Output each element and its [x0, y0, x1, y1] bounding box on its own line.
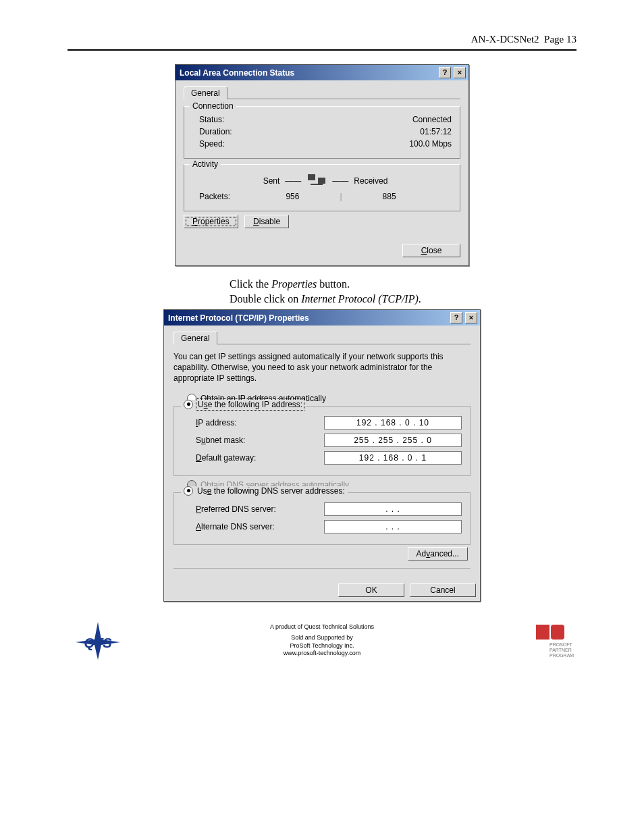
titlebar[interactable]: Local Area Connection Status ? × — [176, 65, 468, 80]
tab-strip: General — [184, 86, 460, 99]
qts-logo: QTS — [68, 621, 128, 661]
status-value: Connected — [412, 115, 452, 124]
page-label: Page — [544, 34, 564, 45]
help-icon[interactable]: ? — [450, 312, 462, 323]
svg-text:PARTNER: PARTNER — [549, 648, 572, 652]
svg-rect-2 — [311, 184, 323, 185]
connection-fieldset: Connection Status:Connected Duration:01:… — [184, 106, 460, 159]
received-label: Received — [354, 176, 387, 186]
dialog-title: Local Area Connection Status — [180, 68, 436, 78]
alternate-dns-label: Alternate DNS server:Alternate DNS serve… — [196, 522, 275, 531]
subnet-mask-label: Subnet mask:Subnet mask: — [196, 436, 245, 445]
svg-rect-0 — [308, 174, 315, 180]
dialog2-title: Internet Protocol (TCP/IP) Properties — [168, 313, 448, 323]
page-header: AN-X-DCSNet2 Page 13 — [68, 34, 576, 45]
use-ip-radio[interactable]: Use the following IP address:Use the fol… — [181, 400, 306, 409]
prosoft-partner-logo: PROSOFT PARTNER PROGRAM — [516, 621, 576, 661]
page-footer: QTS A product of Quest Technical Solutio… — [68, 621, 576, 661]
packets-received-value: 885 — [383, 192, 396, 201]
connection-legend: Connection — [190, 101, 236, 111]
instruction-2: Double click on Internet Protocol (TCP/I… — [230, 293, 576, 305]
instruction-1: Click the Properties button. — [230, 278, 576, 290]
close-icon[interactable]: × — [465, 312, 477, 323]
footer-line1: A product of Quest Technical Solutions — [128, 623, 516, 631]
svg-text:PROSOFT: PROSOFT — [549, 642, 573, 647]
preferred-dns-label: Preferred DNS server:Preferred DNS serve… — [196, 504, 276, 514]
header-rule — [68, 49, 576, 51]
tcpip-properties-dialog: Internet Protocol (TCP/IP) Properties ? … — [163, 309, 481, 602]
svg-rect-6 — [551, 625, 564, 640]
speed-value: 100.0 Mbps — [409, 139, 452, 149]
alternate-dns-input[interactable]: . . . — [324, 520, 462, 533]
default-gateway-input[interactable]: 192 . 168 . 0 . 1 — [324, 451, 462, 465]
svg-rect-1 — [318, 178, 325, 184]
sent-label: Sent — [263, 176, 280, 186]
svg-rect-5 — [536, 625, 549, 640]
close-button[interactable]: CloseClose — [402, 244, 460, 257]
disable-button[interactable]: DisableDisable — [244, 215, 289, 228]
status-label: Status: — [192, 115, 224, 124]
activity-legend: Activity — [190, 159, 221, 169]
subnet-mask-input[interactable]: 255 . 255 . 255 . 0 — [324, 434, 462, 447]
duration-label: Duration: — [192, 127, 232, 136]
footer-line4: www.prosoft-technology.com — [128, 650, 516, 658]
info-text: You can get IP settings assigned automat… — [173, 351, 471, 384]
svg-text:QTS: QTS — [84, 635, 112, 650]
use-dns-radio[interactable]: Use the following DNS server addresses:U… — [181, 486, 348, 496]
footer-line2: Sold and Supported by — [128, 634, 516, 642]
packets-label: Packets: — [199, 192, 230, 201]
ip-address-label: IP address:IP address: — [196, 418, 237, 427]
network-monitor-icon — [306, 173, 327, 189]
titlebar-2[interactable]: Internet Protocol (TCP/IP) Properties ? … — [164, 310, 480, 325]
footer-line3: ProSoft Technology Inc. — [128, 642, 516, 650]
use-ip-fieldset: Use the following IP address:Use the fol… — [173, 406, 471, 476]
svg-text:PROGRAM: PROGRAM — [549, 653, 574, 658]
help-icon[interactable]: ? — [439, 67, 451, 78]
close-icon[interactable]: × — [454, 67, 466, 78]
doc-id: AN-X-DCSNet2 — [471, 34, 539, 45]
default-gateway-label: Default gateway:Default gateway: — [196, 453, 256, 463]
packets-sent-value: 956 — [286, 192, 299, 201]
page-number: 13 — [566, 34, 576, 45]
speed-label: Speed: — [192, 139, 225, 149]
ip-address-input[interactable]: 192 . 168 . 0 . 10 — [324, 416, 462, 429]
use-dns-fieldset: Use the following DNS server addresses:U… — [173, 492, 471, 545]
properties-button[interactable]: PPropertiesroperties — [184, 215, 238, 228]
preferred-dns-input[interactable]: . . . — [324, 502, 462, 516]
tab-general-2[interactable]: General — [173, 332, 217, 344]
tab-general[interactable]: General — [184, 86, 227, 99]
advanced-button[interactable]: Advanced...Advanced... — [408, 547, 468, 561]
cancel-button[interactable]: Cancel — [410, 583, 476, 597]
activity-fieldset: Activity Sent —— —— Received P — [184, 164, 460, 211]
connection-status-dialog: Local Area Connection Status ? × General… — [175, 64, 469, 266]
ok-button[interactable]: OK — [338, 583, 404, 597]
duration-value: 01:57:12 — [420, 127, 452, 136]
